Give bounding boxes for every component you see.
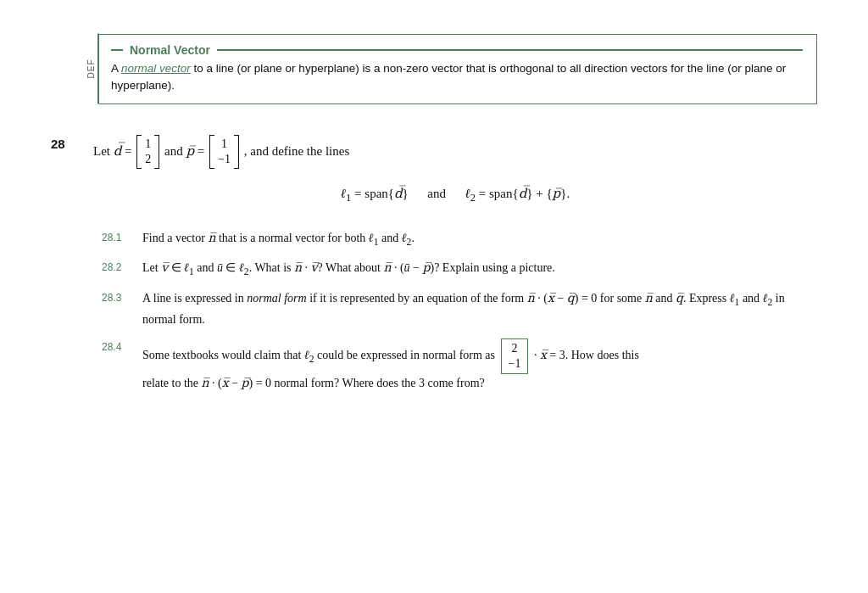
title-bar-right — [217, 49, 803, 51]
sub-problem-28-3: 28.3 A line is expressed in normal form … — [102, 289, 817, 330]
sub-problems: 28.1 Find a vector n̅ that is a normal v… — [102, 229, 817, 394]
def-body: A normal vector to a line (or plane or h… — [111, 60, 803, 95]
sub-number-28-2: 28.2 — [102, 259, 142, 280]
def-title: Normal Vector — [130, 43, 210, 57]
def-label: DEF — [85, 34, 99, 104]
sub-text-28-1: Find a vector n̅ that is a normal vector… — [142, 229, 817, 250]
p-matrix: 1 −1 — [209, 135, 239, 169]
def-title-line: Normal Vector — [111, 43, 803, 57]
sub-text-28-4: Some textbooks would claim that ℓ2 could… — [142, 338, 817, 394]
p-vec: p̅ — [186, 143, 195, 157]
definition-box: DEF Normal Vector A normal vector to a l… — [85, 34, 817, 104]
problem-number: 28 — [51, 135, 93, 402]
problem-content: Let d̅ = 1 2 and p̅ = 1 −1 — [93, 135, 817, 402]
def-italic-term: normal vector — [121, 62, 191, 75]
sub-text-28-3: A line is expressed in normal form if it… — [142, 289, 817, 330]
sub-number-28-3: 28.3 — [102, 289, 142, 330]
display-math: ℓ1 = span{d̅} and ℓ2 = span{d̅} + {p̅}. — [93, 181, 817, 209]
def-content-box: Normal Vector A normal vector to a line … — [99, 34, 817, 104]
sub-problem-28-1: 28.1 Find a vector n̅ that is a normal v… — [102, 229, 817, 250]
d-matrix: 1 2 — [136, 135, 159, 169]
problem-28: 28 Let d̅ = 1 2 and p̅ = 1 −1 — [51, 135, 817, 402]
sub-text-28-2: Let v̅ ∈ ℓ1 and ū ∈ ℓ2. What is n̅ · v̅?… — [142, 259, 817, 280]
sub-problem-28-2: 28.2 Let v̅ ∈ ℓ1 and ū ∈ ℓ2. What is n̅ … — [102, 259, 817, 280]
def-sidebar: DEF — [85, 34, 99, 104]
green-matrix: 2 −1 — [501, 338, 529, 374]
sub-problem-28-4: 28.4 Some textbooks would claim that ℓ2 … — [102, 338, 817, 394]
problem-intro: Let d̅ = 1 2 and p̅ = 1 −1 — [93, 135, 817, 169]
sub-number-28-4: 28.4 — [102, 338, 142, 394]
d-vec: d̅ — [114, 143, 122, 157]
sub-number-28-1: 28.1 — [102, 229, 142, 250]
title-bar-left — [111, 49, 123, 51]
